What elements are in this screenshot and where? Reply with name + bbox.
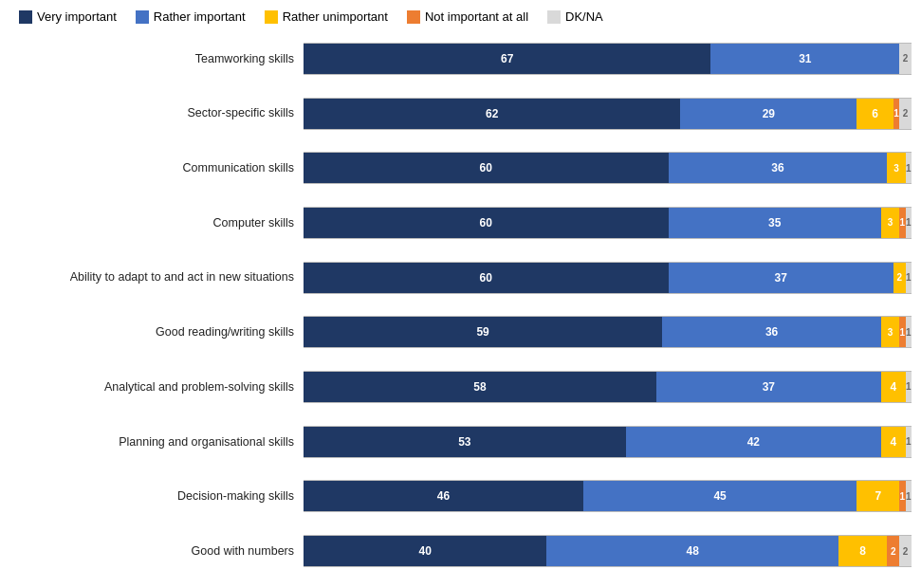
legend-swatch-rather-important — [136, 10, 149, 24]
bar-segment-very-important: 62 — [304, 99, 680, 129]
bar-outer: 583741 — [304, 371, 912, 403]
bar-outer: 5936311 — [304, 316, 912, 348]
seg-value-label: 40 — [419, 544, 432, 558]
bar-segment-dkna: 1 — [906, 427, 912, 457]
seg-value-label: 2 — [896, 272, 902, 283]
bar-track-wrapper: 5936311 — [304, 316, 912, 348]
bar-row: Good with numbers4048822 — [9, 530, 912, 572]
bar-segment-rather-important: 36 — [662, 317, 881, 347]
bar-segment-rather-important: 37 — [669, 263, 893, 293]
bar-segment-rather-unimportant: 6 — [857, 99, 893, 129]
bar-label: Decision-making skills — [9, 488, 304, 504]
bar-segment-very-important: 60 — [304, 153, 669, 183]
seg-value-label: 31 — [799, 52, 811, 65]
seg-value-label: 1 — [906, 272, 912, 283]
seg-value-label: 3 — [888, 327, 893, 338]
seg-value-label: 3 — [893, 163, 899, 174]
seg-value-label: 6 — [872, 107, 878, 120]
bar-segment-rather-unimportant: 3 — [887, 153, 905, 183]
bar-label: Communication skills — [9, 160, 304, 175]
seg-value-label: 60 — [480, 216, 492, 230]
seg-value-label: 36 — [771, 161, 783, 175]
seg-value-label: 37 — [774, 271, 786, 285]
bar-segment-dkna: 1 — [906, 208, 912, 238]
bar-segment-rather-unimportant: 4 — [881, 372, 906, 402]
seg-value-label: 1 — [900, 217, 906, 228]
legend-item-rather-unimportant: Rather unimportant — [265, 9, 388, 24]
bar-label: Ability to adapt to and act in new situa… — [9, 269, 304, 285]
bar-outer: 6229612 — [304, 98, 912, 130]
seg-value-label: 42 — [747, 435, 760, 449]
seg-value-label: 48 — [687, 544, 699, 558]
legend-swatch-dkna — [547, 10, 561, 24]
bar-segment-very-important: 60 — [304, 208, 669, 238]
seg-value-label: 8 — [859, 544, 866, 558]
bar-outer: 4645711 — [304, 480, 912, 512]
bar-label: Computer skills — [9, 215, 304, 230]
bar-row: Analytical and problem-solving skills583… — [9, 366, 912, 408]
bar-segment-very-important: 60 — [304, 263, 669, 293]
bar-segment-dkna: 2 — [899, 44, 912, 74]
bar-segment-rather-important: 45 — [583, 481, 857, 511]
seg-value-label: 2 — [903, 53, 909, 64]
bar-segment-dkna: 2 — [899, 536, 912, 566]
chart-area: Teamworking skills67312Sector-specific s… — [9, 31, 912, 579]
seg-value-label: 1 — [906, 217, 912, 228]
bar-track-wrapper: 534241 — [304, 426, 912, 458]
seg-value-label: 2 — [891, 546, 896, 557]
bar-row: Good reading/writing skills5936311 — [9, 311, 912, 353]
bar-segment-very-important: 53 — [304, 427, 626, 457]
bar-segment-rather-important: 36 — [669, 153, 888, 183]
bar-label: Good with numbers — [9, 543, 304, 559]
bar-label: Analytical and problem-solving skills — [9, 379, 304, 395]
seg-value-label: 1 — [900, 491, 906, 502]
bar-outer: 6035311 — [304, 207, 912, 239]
seg-value-label: 60 — [480, 161, 492, 175]
legend-label-not-important: Not important at all — [425, 9, 528, 24]
bar-row: Computer skills6035311 — [9, 202, 912, 244]
seg-value-label: 58 — [473, 380, 486, 394]
bar-segment-rather-unimportant: 2 — [893, 263, 906, 293]
bar-outer: 603721 — [304, 262, 912, 294]
legend: Very importantRather importantRather uni… — [9, 9, 912, 24]
bar-row: Planning and organisational skills534241 — [9, 421, 912, 463]
bar-label: Teamworking skills — [9, 51, 304, 66]
bar-segment-rather-unimportant: 8 — [838, 536, 887, 566]
legend-item-rather-important: Rather important — [136, 9, 246, 24]
legend-label-dkna: DK/NA — [565, 9, 603, 24]
bar-label: Sector-specific skills — [9, 105, 304, 120]
legend-label-rather-important: Rather important — [154, 9, 246, 24]
bar-outer: 4048822 — [304, 535, 912, 567]
chart-container: Very importantRather importantRather uni… — [0, 0, 921, 588]
bar-outer: 603631 — [304, 152, 912, 184]
legend-swatch-rather-unimportant — [265, 10, 278, 24]
seg-value-label: 7 — [875, 489, 881, 503]
bar-segment-very-important: 40 — [304, 536, 546, 566]
bar-row: Ability to adapt to and act in new situa… — [9, 257, 912, 299]
seg-value-label: 62 — [486, 107, 498, 120]
bar-segment-very-important: 67 — [304, 44, 710, 74]
bar-label: Good reading/writing skills — [9, 324, 304, 340]
bar-segment-dkna: 1 — [906, 153, 912, 183]
bar-segment-rather-important: 31 — [710, 44, 899, 74]
legend-swatch-not-important — [407, 10, 420, 24]
bar-segment-rather-unimportant: 7 — [857, 481, 899, 511]
bar-segment-not-important: 2 — [887, 536, 899, 566]
bar-segment-very-important: 46 — [304, 481, 583, 511]
seg-value-label: 37 — [763, 380, 775, 394]
seg-value-label: 2 — [903, 546, 909, 557]
bar-segment-rather-unimportant: 3 — [881, 208, 899, 238]
seg-value-label: 4 — [890, 435, 896, 449]
legend-swatch-very-important — [19, 10, 32, 24]
seg-value-label: 35 — [768, 216, 781, 230]
bar-segment-rather-important: 42 — [626, 427, 881, 457]
bar-segment-dkna: 1 — [906, 317, 912, 347]
bar-outer: 534241 — [304, 426, 912, 458]
legend-item-very-important: Very important — [19, 9, 117, 24]
bar-segment-rather-important: 37 — [656, 372, 881, 402]
seg-value-label: 45 — [713, 489, 726, 503]
bar-segment-rather-unimportant: 4 — [881, 427, 906, 457]
seg-value-label: 2 — [903, 108, 909, 119]
bar-segment-rather-unimportant: 3 — [881, 317, 899, 347]
bar-outer: 67312 — [304, 43, 912, 75]
